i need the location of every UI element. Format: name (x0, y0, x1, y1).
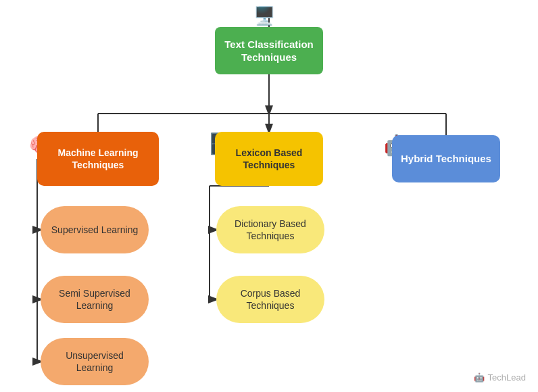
root-node: Text Classification Techniques (215, 27, 323, 74)
semi-node: Semi Supervised Learning (41, 276, 149, 323)
semi-label: Semi Supervised Learning (49, 287, 141, 312)
lexicon-node: Lexicon Based Techniques (215, 132, 323, 186)
diagram-container: 🖥️ Text Classification Techniques 🧠 Mach… (0, 0, 538, 392)
supervised-label: Supervised Learning (51, 224, 138, 236)
watermark-icon: 🤖 (474, 372, 485, 383)
hybrid-label: Hybrid Techniques (401, 152, 491, 166)
corpus-node: Corpus Based Techniques (216, 276, 324, 323)
unsupervised-node: Unsupervised Learning (41, 338, 149, 385)
dictionary-label: Dictionary Based Techniques (224, 218, 316, 242)
ml-label: Machine Learning Techniques (45, 147, 151, 171)
root-label: Text Classification Techniques (223, 38, 315, 64)
unsupervised-label: Unsupervised Learning (49, 349, 141, 374)
dictionary-node: Dictionary Based Techniques (216, 206, 324, 253)
corpus-label: Corpus Based Techniques (224, 287, 316, 312)
watermark-text: TechLead (488, 372, 526, 383)
ml-node: Machine Learning Techniques (37, 132, 159, 186)
supervised-node: Supervised Learning (41, 206, 149, 253)
computer-icon: 🖥️ (253, 5, 275, 26)
watermark: 🤖 TechLead (474, 372, 526, 383)
hybrid-node: Hybrid Techniques (392, 135, 500, 182)
lexicon-label: Lexicon Based Techniques (223, 147, 315, 171)
